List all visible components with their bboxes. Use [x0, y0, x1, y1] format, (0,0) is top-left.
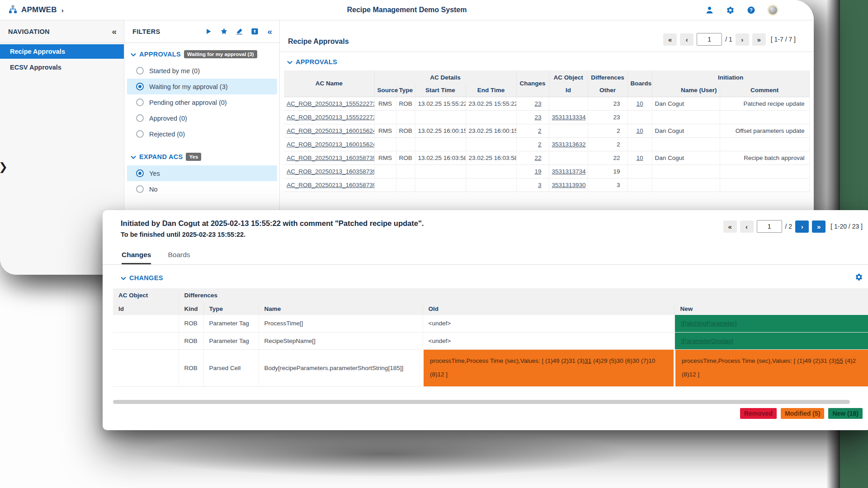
- expand-acs-section-toggle[interactable]: EXPAND ACS Yes: [131, 153, 279, 161]
- filters-title: FILTERS: [132, 28, 160, 35]
- radio-started-by-me[interactable]: Started by me (0): [127, 63, 277, 79]
- user-avatar[interactable]: [767, 5, 778, 16]
- ac-name-link[interactable]: AC_ROB_20250213_160358739: [287, 182, 374, 188]
- radio-waiting-for-my-approval[interactable]: Waiting for my approval (3): [127, 79, 277, 94]
- collapse-filters-icon[interactable]: «: [267, 27, 272, 36]
- radio-rejected[interactable]: Rejected (0): [127, 126, 277, 142]
- last-page-button[interactable]: »: [812, 221, 826, 233]
- legend-new[interactable]: New (18): [828, 408, 863, 419]
- radio-icon: [136, 67, 144, 75]
- col-id[interactable]: Id: [113, 302, 179, 315]
- boards-count-link[interactable]: 10: [637, 127, 643, 134]
- chevron-down-icon: [131, 153, 136, 161]
- radio-expand-yes[interactable]: Yes: [127, 165, 277, 181]
- radio-approved[interactable]: Approved (0): [127, 110, 277, 126]
- col-differences-other[interactable]: Other: [588, 84, 627, 97]
- col-end-time[interactable]: End Time: [466, 84, 516, 97]
- legend-modified[interactable]: Modified (5): [781, 408, 825, 419]
- settings-gear-icon[interactable]: [726, 5, 735, 14]
- prev-page-button[interactable]: ‹: [740, 221, 754, 233]
- changes-count-link[interactable]: 2: [538, 127, 542, 134]
- ac-name-link[interactable]: AC_ROB_20250213_155522273 (1): [287, 100, 374, 107]
- prev-page-button[interactable]: ‹: [680, 33, 693, 46]
- topbar: APMWEB › Recipe Management Demo System: [0, 0, 814, 20]
- ac-name-link[interactable]: AC_ROB_20250213_160015624 (1): [287, 127, 374, 134]
- ac-object-id-link[interactable]: 3531313632: [552, 141, 586, 148]
- group-ac-object: AC Object: [549, 70, 588, 84]
- col-kind[interactable]: Kind: [179, 302, 203, 315]
- new-value-cell: [ParameterDisplay]: [675, 332, 868, 349]
- changes-count-link[interactable]: 3: [538, 182, 542, 188]
- ac-name-link[interactable]: AC_ROB_20250213_160358739 (2): [287, 155, 374, 161]
- ac-name-link[interactable]: AC_ROB_20250213_155522273: [287, 114, 374, 121]
- detail-tabs: Changes Boards: [103, 251, 868, 265]
- changes-count-link[interactable]: 19: [535, 168, 542, 175]
- col-type[interactable]: Type: [396, 84, 415, 97]
- first-page-button[interactable]: «: [723, 221, 737, 233]
- col-boards[interactable]: Boards: [627, 70, 652, 97]
- new-value-cell: [PatchingParameter]: [675, 315, 868, 332]
- col-old[interactable]: Old: [423, 302, 675, 315]
- table-row: AC_ROB_20250213_155522273 (1) RMS ROB 13…: [284, 97, 809, 110]
- help-icon[interactable]: ?: [746, 5, 755, 14]
- ac-object-id-link[interactable]: 3531313734: [552, 168, 586, 175]
- filter-section-approvals: APPROVALS Waiting for my approval (3) St…: [124, 43, 279, 142]
- next-page-button[interactable]: ›: [795, 221, 809, 233]
- col-ac-name[interactable]: AC Name: [284, 70, 374, 97]
- table-row: AC_ROB_20250213_155522273 23 3531313334 …: [284, 110, 809, 124]
- approvals-active-filter-badge: Waiting for my approval (3): [184, 50, 257, 58]
- saved-filters-icon[interactable]: [251, 28, 259, 35]
- page-total: / 1: [725, 36, 732, 43]
- changes-count-link[interactable]: 2: [538, 141, 542, 148]
- ac-name-link[interactable]: AC_ROB_20250213_160358739: [287, 168, 374, 175]
- radio-icon: [136, 114, 144, 122]
- expand-drawer-icon[interactable]: ❯: [0, 160, 8, 173]
- next-page-button[interactable]: ›: [736, 33, 749, 46]
- changes-count-link[interactable]: 22: [535, 155, 542, 161]
- sidebar-item-recipe-approvals[interactable]: Recipe Approvals: [0, 44, 124, 59]
- tab-changes[interactable]: Changes: [122, 251, 151, 264]
- radio-pending-other-approval[interactable]: Pending other approval (0): [127, 94, 277, 110]
- changes-count-link[interactable]: 23: [535, 114, 542, 121]
- group-ac-object: AC Object: [113, 288, 179, 302]
- recipe-approvals-titlebar: Recipe Approvals « ‹ / 1 › » [ 1-7 / 7 ]: [280, 20, 814, 52]
- change-row: ROB Parsed Cell Body[recipeParameters.pa…: [113, 349, 868, 386]
- apply-filter-icon[interactable]: [205, 28, 212, 35]
- boards-count-link[interactable]: 10: [637, 100, 643, 107]
- col-comment[interactable]: Comment: [720, 84, 809, 97]
- clear-filter-eraser-icon[interactable]: [236, 28, 243, 35]
- col-type[interactable]: Type: [203, 302, 259, 315]
- col-start-time[interactable]: Start Time: [415, 84, 466, 97]
- col-changes[interactable]: Changes: [516, 70, 549, 97]
- ac-object-id-link[interactable]: 3531313334: [552, 114, 586, 121]
- collapse-nav-icon[interactable]: «: [112, 27, 117, 36]
- page-number-input[interactable]: [697, 33, 722, 46]
- sidebar-item-ecsv-approvals[interactable]: ECSV Approvals: [0, 60, 124, 75]
- navigation-header: NAVIGATION «: [0, 20, 124, 43]
- page-number-input[interactable]: [757, 220, 782, 233]
- ac-name-link[interactable]: AC_ROB_20250213_160015624: [287, 141, 374, 148]
- table-row: AC_ROB_20250213_160358739 19 3531313734 …: [284, 164, 809, 178]
- col-name-user[interactable]: Name (User): [652, 84, 720, 97]
- ac-object-id-link[interactable]: 3531313930: [552, 182, 586, 188]
- favorite-star-icon[interactable]: [220, 28, 228, 35]
- col-new[interactable]: New: [675, 302, 868, 315]
- first-page-button[interactable]: «: [663, 33, 677, 46]
- app-logo[interactable]: APMWEB ›: [8, 5, 64, 16]
- approvals-table-section-toggle[interactable]: APPROVALS: [280, 52, 814, 70]
- tab-boards[interactable]: Boards: [168, 251, 190, 264]
- user-icon[interactable]: [705, 5, 714, 14]
- horizontal-scrollbar[interactable]: [113, 400, 850, 404]
- approvals-section-toggle[interactable]: APPROVALS Waiting for my approval (3): [131, 50, 279, 58]
- expand-acs-badge: Yes: [186, 153, 201, 161]
- col-ac-object-id[interactable]: Id: [549, 84, 588, 97]
- radio-expand-no[interactable]: No: [127, 181, 277, 197]
- changes-section-toggle[interactable]: CHANGES: [121, 274, 163, 282]
- col-source[interactable]: Source: [374, 84, 396, 97]
- changes-count-link[interactable]: 23: [535, 100, 542, 107]
- boards-count-link[interactable]: 10: [637, 155, 643, 161]
- col-name[interactable]: Name: [259, 302, 423, 315]
- legend-removed[interactable]: Removed: [740, 408, 777, 419]
- table-settings-gear-icon[interactable]: [855, 273, 863, 283]
- last-page-button[interactable]: »: [752, 33, 766, 46]
